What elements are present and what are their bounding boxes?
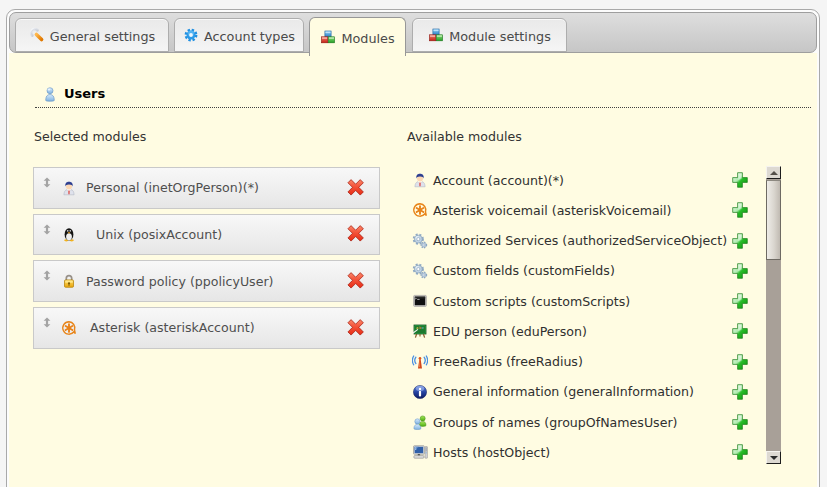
module-label: Custom fields (customFields) (433, 263, 615, 278)
add-module-button[interactable] (732, 354, 748, 370)
add-module-button[interactable] (732, 172, 748, 188)
module-icon (412, 384, 428, 400)
remove-module-button[interactable] (347, 320, 363, 336)
module-icon (61, 273, 77, 289)
tab-label: Modules (341, 31, 394, 46)
add-module-button[interactable] (732, 444, 748, 460)
available-module-item: Asterisk voicemail (asteriskVoicemail) (407, 195, 767, 225)
module-label: Personal (inetOrgPerson)(*) (86, 180, 259, 195)
selected-modules-heading: Selected modules (34, 130, 146, 143)
module-icon (412, 414, 428, 430)
module-label: Password policy (ppolicyUser) (86, 274, 274, 289)
module-label: Asterisk voicemail (asteriskVoicemail) (433, 203, 672, 218)
available-modules-list: Account (account)(*) Asterisk voicemail … (407, 165, 767, 468)
module-icon (412, 444, 428, 460)
module-label: Account (account)(*) (433, 173, 564, 188)
remove-module-button[interactable] (347, 180, 363, 196)
available-modules-heading: Available modules (407, 130, 522, 143)
move-handle-icon[interactable] (43, 224, 51, 235)
available-module-item: Groups of names (groupOfNamesUser) (407, 407, 767, 437)
move-handle-icon[interactable] (43, 177, 51, 188)
module-icon (61, 180, 77, 196)
add-module-button[interactable] (732, 293, 748, 309)
module-icon (61, 320, 77, 336)
available-module-item: Custom fields (customFields) (407, 256, 767, 286)
module-icon (412, 172, 428, 188)
scrollbar-up-button[interactable] (766, 166, 781, 179)
section-title: Users (64, 87, 105, 101)
module-icon (412, 233, 428, 249)
selected-module-item[interactable]: Asterisk (asteriskAccount) (33, 307, 380, 349)
available-module-item: FreeRadius (freeRadius) (407, 347, 767, 377)
tab-icon (320, 29, 336, 45)
module-label: EDU person (eduPerson) (433, 324, 587, 339)
up-triangle-icon (770, 171, 778, 175)
add-module-button[interactable] (732, 414, 748, 430)
tab-bar: General settings Account types Modules M… (9, 12, 817, 53)
selected-module-item[interactable]: Personal (inetOrgPerson)(*) (33, 167, 380, 209)
module-icon (412, 293, 428, 309)
tab-module-settings[interactable]: Module settings (412, 18, 567, 52)
module-label: General information (generalInformation) (433, 384, 694, 399)
section-divider (35, 100, 811, 108)
available-module-item: Authorized Services (authorizedServiceOb… (407, 226, 767, 256)
remove-module-button[interactable] (347, 273, 363, 289)
tab-icon (183, 27, 199, 43)
module-icon (412, 323, 428, 339)
selected-module-item[interactable]: Unix (posixAccount) (33, 214, 380, 256)
selected-modules-list: Personal (inetOrgPerson)(*) Unix (posixA… (33, 167, 380, 354)
page: General settings Account types Modules M… (0, 0, 827, 487)
available-modules-scrollbar[interactable] (766, 166, 781, 464)
move-handle-icon[interactable] (43, 317, 51, 328)
tab-label: Module settings (449, 29, 551, 44)
tab-general-settings[interactable]: General settings (15, 18, 169, 52)
tab-modules[interactable]: Modules (309, 17, 406, 56)
tab-label: General settings (50, 29, 156, 44)
module-label: Asterisk (asteriskAccount) (90, 320, 255, 335)
module-icon (412, 354, 428, 370)
add-module-button[interactable] (732, 263, 748, 279)
tab-account-types[interactable]: Account types (174, 18, 304, 52)
selected-module-item[interactable]: Password policy (ppolicyUser) (33, 260, 380, 302)
scrollbar-down-button[interactable] (766, 451, 781, 464)
available-module-item: EDU person (eduPerson) (407, 316, 767, 346)
module-label: Groups of names (groupOfNamesUser) (433, 415, 678, 430)
module-label: FreeRadius (freeRadius) (433, 354, 583, 369)
scrollbar-thumb[interactable] (766, 180, 781, 260)
down-triangle-icon (770, 456, 778, 460)
tab-icon (428, 27, 444, 43)
module-label: Authorized Services (authorizedServiceOb… (433, 233, 727, 248)
add-module-button[interactable] (732, 202, 748, 218)
module-icon (412, 263, 428, 279)
tab-icon (29, 27, 45, 43)
add-module-button[interactable] (732, 384, 748, 400)
move-handle-icon[interactable] (43, 270, 51, 281)
remove-module-button[interactable] (347, 226, 363, 242)
add-module-button[interactable] (732, 233, 748, 249)
module-label: Custom scripts (customScripts) (433, 294, 630, 309)
module-icon (61, 226, 77, 242)
module-label: Unix (posixAccount) (96, 227, 222, 242)
available-module-item: General information (generalInformation) (407, 377, 767, 407)
module-label: Hosts (hostObject) (433, 445, 550, 460)
add-module-button[interactable] (732, 323, 748, 339)
available-module-item: Hosts (hostObject) (407, 437, 767, 467)
available-module-item: Account (account)(*) (407, 165, 767, 195)
available-module-item: Custom scripts (customScripts) (407, 286, 767, 316)
module-icon (412, 202, 428, 218)
tab-label: Account types (204, 29, 295, 44)
